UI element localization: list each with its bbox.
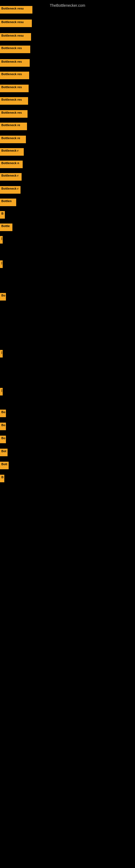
bottleneck-item[interactable]: Bo	[0, 293, 6, 301]
bottleneck-item[interactable]: Bottleneck res	[0, 45, 30, 53]
bottleneck-item[interactable]: |	[0, 260, 3, 268]
bottleneck-item[interactable]: Bottleneck re	[0, 135, 26, 143]
bottleneck-item[interactable]: Bott	[0, 462, 9, 469]
bottleneck-item[interactable]: Bottleneck n	[0, 161, 23, 168]
bottleneck-item[interactable]: Bottleneck r	[0, 186, 20, 194]
bottleneck-item[interactable]: B	[0, 475, 4, 482]
bottleneck-item[interactable]: Bottle	[0, 223, 12, 231]
bottleneck-item[interactable]: Bottleneck res	[0, 97, 28, 105]
bottleneck-item[interactable]: Bottleneck res	[0, 110, 28, 118]
bottleneck-item[interactable]: Bottleneck r	[0, 173, 21, 181]
bottleneck-item[interactable]: Bo	[0, 436, 6, 443]
bottleneck-item[interactable]: Bottleneck res	[0, 59, 30, 67]
bottleneck-item[interactable]: Bo	[0, 410, 6, 417]
bottleneck-item[interactable]: Bo	[0, 423, 6, 430]
bottleneck-item[interactable]: Bottleneck resu	[0, 33, 31, 41]
bottleneck-item[interactable]: |	[0, 388, 3, 396]
bottleneck-item[interactable]: |	[0, 350, 3, 358]
bottleneck-item[interactable]: Bot	[0, 448, 8, 456]
bottleneck-item[interactable]: Bottleneck res	[0, 85, 29, 92]
bottleneck-item[interactable]: |	[0, 236, 3, 244]
bottleneck-item[interactable]: Bottlen	[0, 198, 16, 206]
bottleneck-item[interactable]: B	[0, 211, 5, 219]
bottleneck-item[interactable]: Bottleneck re	[0, 123, 27, 130]
bottleneck-item[interactable]: Bottleneck r	[0, 148, 24, 156]
bottleneck-item[interactable]: Bottleneck resu	[0, 6, 32, 13]
bottleneck-item[interactable]: Bottleneck resu	[0, 20, 32, 27]
bottleneck-item[interactable]: Bottleneck res	[0, 72, 29, 79]
